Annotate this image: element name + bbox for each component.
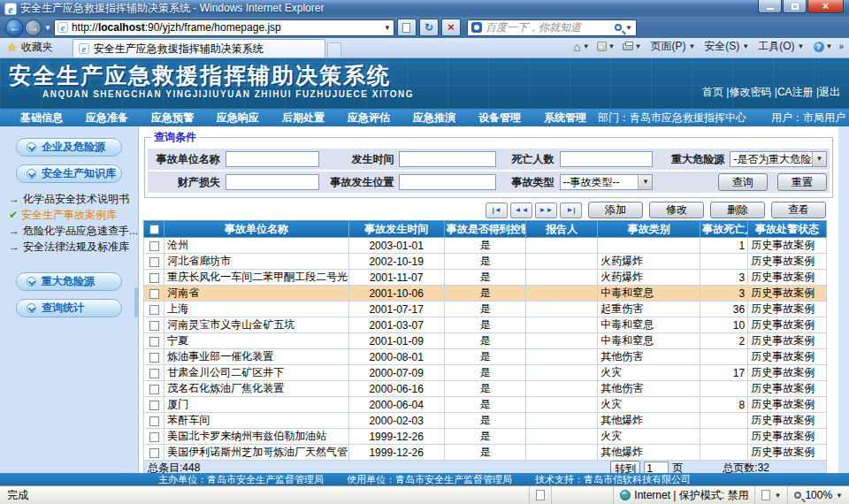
- select-all-checkbox[interactable]: [149, 225, 159, 234]
- location-input[interactable]: [399, 174, 496, 190]
- table-row[interactable]: 河南省2001-10-06是中毒和窒息3历史事故案例: [144, 286, 827, 302]
- first-page-button[interactable]: |◄: [486, 202, 508, 218]
- search-placeholder[interactable]: 百度一下，你就知道: [486, 20, 611, 35]
- nav-item[interactable]: 应急准备: [74, 111, 140, 126]
- sidebar-section-button[interactable]: 重大危险源: [16, 272, 122, 291]
- view-button[interactable]: 查看: [771, 202, 826, 218]
- url-dropdown-icon[interactable]: ▼: [384, 24, 391, 32]
- row-checkbox[interactable]: [149, 369, 159, 378]
- overflow-chevron-icon[interactable]: »: [837, 42, 845, 51]
- next-page-button[interactable]: ►►: [535, 202, 557, 218]
- delete-button[interactable]: 删除: [710, 202, 765, 218]
- zoom-control[interactable]: 100% ▼: [787, 486, 849, 504]
- table-row[interactable]: 重庆长风化一车间二苯甲酮工段二号光化釜2001-11-07是火药爆炸3历史事故案…: [144, 270, 827, 286]
- property-loss-input[interactable]: [226, 174, 319, 190]
- table-row[interactable]: 苯酐车间2000-02-03是其他爆炸历史事故案例: [144, 413, 827, 429]
- header-link[interactable]: 首页: [702, 86, 723, 98]
- table-row[interactable]: 上海2001-07-17是起重伤害36历史事故案例: [144, 302, 827, 317]
- forward-button[interactable]: →: [25, 19, 42, 36]
- table-row[interactable]: 宁夏2001-01-09是中毒和窒息2历史事故案例: [144, 333, 827, 349]
- header-link[interactable]: CA注册: [777, 86, 814, 98]
- table-row[interactable]: 沧州2003-01-01是1历史事故案例: [144, 238, 827, 254]
- modify-button[interactable]: 修改: [649, 202, 704, 218]
- zoom-level-button[interactable]: ▼: [754, 486, 787, 504]
- table-row[interactable]: 炼油事业部一催化装置2000-08-01是其他伤害历史事故案例: [144, 349, 827, 365]
- url-text[interactable]: http://localhost:90/yjzh/frame/homepage.…: [72, 21, 380, 34]
- row-checkbox[interactable]: [149, 432, 159, 442]
- row-checkbox[interactable]: [149, 273, 159, 283]
- row-checkbox[interactable]: [149, 401, 159, 410]
- help-button[interactable]: ?▼: [811, 41, 836, 53]
- command-button[interactable]: 页面(P)▼: [646, 37, 700, 56]
- search-options-icon[interactable]: ▼: [625, 24, 632, 32]
- sidebar-section-button[interactable]: 查询统计: [16, 299, 122, 317]
- refresh-button[interactable]: ↻: [419, 19, 439, 36]
- row-checkbox[interactable]: [149, 416, 159, 426]
- home-button[interactable]: ⌂▼: [570, 41, 592, 53]
- table-row[interactable]: 河北省廊坊市2002-10-19是火药爆炸历史事故案例: [144, 254, 827, 270]
- sidebar-item[interactable]: →化学品安全技术说明书: [9, 191, 138, 207]
- sidebar-collapse-handle[interactable]: [134, 287, 139, 317]
- nav-item[interactable]: 应急预警: [140, 111, 205, 126]
- prev-page-button[interactable]: ◄◄: [510, 202, 532, 218]
- accident-type-select[interactable]: --事故类型-- ▼: [560, 174, 654, 190]
- row-checkbox[interactable]: [149, 321, 159, 331]
- row-checkbox[interactable]: [149, 257, 159, 267]
- nav-item[interactable]: 后期处置: [271, 111, 336, 126]
- row-checkbox[interactable]: [149, 337, 159, 347]
- table-row[interactable]: 美国伊利诺斯州芝加哥炼油厂天然气管道1999-12-26是其他爆炸历史事故案例: [144, 445, 827, 461]
- stop-button[interactable]: ×: [441, 19, 461, 36]
- header-link[interactable]: 退出: [819, 86, 840, 98]
- row-checkbox[interactable]: [149, 289, 159, 299]
- search-box[interactable]: 百度一下，你就知道 ▼: [467, 19, 637, 36]
- new-tab-button[interactable]: [327, 42, 341, 57]
- sidebar-section-button[interactable]: 安全生产知识库: [16, 164, 122, 183]
- last-page-button[interactable]: ►|: [560, 202, 582, 218]
- unit-name-input[interactable]: [226, 151, 319, 167]
- nav-item[interactable]: 设备管理: [467, 111, 532, 126]
- favorites-button[interactable]: ★ 收藏夹: [4, 38, 60, 57]
- minimize-button[interactable]: [758, 0, 782, 13]
- nav-item[interactable]: 基础信息: [9, 111, 74, 126]
- maximize-button[interactable]: [783, 0, 807, 13]
- table-row[interactable]: 河南灵宝市义寺山金矿五坑2001-03-07是中毒和窒息10历史事故案例: [144, 317, 827, 333]
- search-button[interactable]: 查询: [718, 173, 768, 191]
- row-checkbox[interactable]: [149, 305, 159, 315]
- cell-controlled: 是: [444, 381, 526, 397]
- nav-item[interactable]: 应急响应: [205, 111, 271, 126]
- occur-time-input[interactable]: [399, 151, 496, 167]
- table-row[interactable]: 茂名石化炼油厂焦化装置2000-06-16是其他伤害历史事故案例: [144, 381, 827, 397]
- back-button[interactable]: ←: [5, 19, 24, 37]
- sidebar-item[interactable]: →危险化学品应急速查手...: [9, 223, 138, 239]
- table-row[interactable]: 甘肃金川公司二矿区井下2000-07-09是火灾17历史事故案例: [144, 365, 827, 381]
- goto-page-button[interactable]: 转到: [610, 461, 640, 473]
- row-checkbox[interactable]: [149, 353, 159, 363]
- nav-item[interactable]: 应急推演: [402, 111, 467, 126]
- goto-page-input[interactable]: [644, 462, 669, 473]
- nav-item[interactable]: 应急评估: [336, 111, 402, 126]
- row-checkbox[interactable]: [149, 448, 159, 458]
- add-button[interactable]: 添加: [588, 202, 643, 218]
- row-checkbox[interactable]: [149, 241, 159, 251]
- feeds-button[interactable]: ▼: [594, 41, 618, 52]
- command-button[interactable]: 安全(S)▼: [700, 37, 753, 56]
- nav-item[interactable]: 系统管理: [532, 111, 598, 126]
- compatibility-view-button[interactable]: [397, 19, 417, 36]
- print-button[interactable]: ▼: [620, 42, 645, 51]
- sidebar-section-button[interactable]: 企业及危险源: [16, 138, 122, 157]
- command-button[interactable]: 工具(O)▼: [753, 37, 808, 56]
- row-checkbox[interactable]: [149, 385, 159, 394]
- history-caret-icon[interactable]: ▼: [44, 24, 51, 32]
- tab-active[interactable]: e 安全生产应急救援指挥辅助决策系统: [73, 39, 325, 57]
- reset-button[interactable]: 重置: [777, 173, 827, 191]
- deaths-input[interactable]: [560, 151, 654, 167]
- table-row[interactable]: 美国北卡罗来纳州韦兹伯勒加油站1999-12-26是火灾历史事故案例: [144, 429, 827, 445]
- major-hazard-select[interactable]: -是否为重大危险源- ▼: [730, 151, 827, 167]
- search-icon[interactable]: [615, 24, 622, 31]
- header-link[interactable]: 修改密码: [729, 86, 771, 98]
- table-row[interactable]: 厦门2000-06-04是火灾8历史事故案例: [144, 397, 827, 413]
- sidebar-item[interactable]: →安全法律法规及标准库: [9, 239, 138, 255]
- url-field[interactable]: e http://localhost:90/yjzh/frame/homepag…: [54, 19, 394, 36]
- sidebar-item[interactable]: ✔安全生产事故案例库: [9, 207, 138, 223]
- close-button[interactable]: ×: [807, 0, 844, 13]
